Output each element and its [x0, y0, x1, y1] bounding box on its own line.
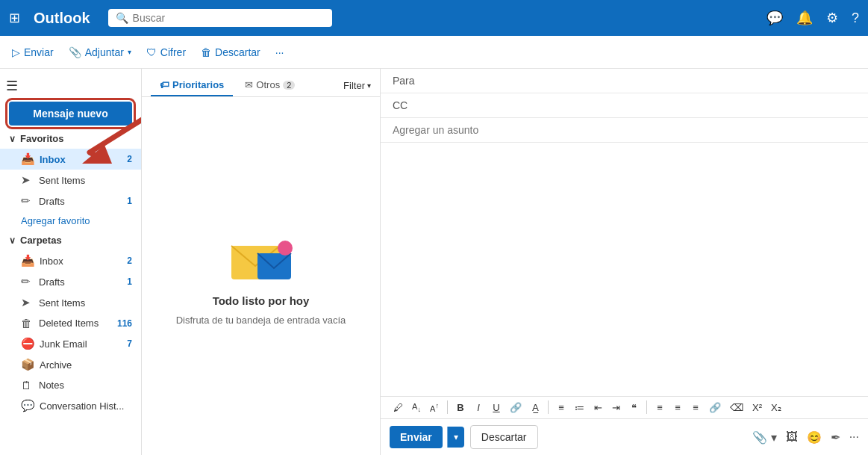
otros-badge: 2 — [283, 81, 295, 90]
deleted-badge: 116 — [117, 318, 132, 329]
drafts-badge: 1 — [127, 196, 132, 206]
compose-panel: Para CC 🖊 A↓ A↑ B I U 🔗 A̲ ≡ ≔ ⇤ ⇥ — [381, 69, 868, 455]
toolbar-sep3 — [646, 400, 647, 414]
sidebar-sent2-label: Sent Items — [39, 297, 85, 309]
more-action[interactable]: ··· — [275, 46, 284, 58]
middle-panel: 🏷 Prioritarios ✉ Otros 2 Filter ▾ — [142, 69, 381, 455]
subscript-btn[interactable]: X₂ — [767, 400, 785, 415]
align-center-btn[interactable]: ≡ — [669, 400, 686, 415]
more-footer-icon[interactable]: ··· — [849, 430, 859, 444]
sidebar-item-drafts2[interactable]: ✏ Drafts 1 — [0, 271, 141, 292]
otros-icon: ✉ — [245, 79, 253, 90]
new-message-button[interactable]: Mensaje nuevo — [9, 102, 132, 126]
drafts2-icon: ✏ — [21, 275, 34, 288]
svg-point-3 — [278, 241, 293, 256]
quote-btn[interactable]: ❝ — [625, 400, 642, 415]
compose-body[interactable] — [381, 143, 868, 396]
filter-button[interactable]: Filter ▾ — [343, 80, 371, 91]
inbox2-badge: 2 — [127, 256, 132, 266]
font-color-btn[interactable]: A̲ — [527, 400, 543, 415]
encrypt-action[interactable]: 🛡 Cifrer — [146, 46, 186, 58]
to-input[interactable] — [422, 75, 856, 87]
junk-badge: 7 — [127, 338, 132, 349]
discard-button[interactable]: Descartar — [470, 425, 538, 449]
sidebar-drafts2-label: Drafts — [39, 276, 65, 288]
emoji-icon[interactable]: 😊 — [807, 430, 822, 445]
deleted-icon: 🗑 — [21, 317, 34, 329]
chat-icon[interactable]: 💬 — [766, 10, 783, 26]
cc-input[interactable] — [421, 99, 856, 111]
favorites-section-header[interactable]: ∨ Favoritos — [0, 129, 141, 149]
prioritarios-label: Prioritarios — [172, 79, 224, 90]
attach-label: Adjuntar — [85, 46, 124, 58]
add-favorite-link[interactable]: Agregar favorito — [0, 211, 141, 230]
font-size-up-btn[interactable]: A↑ — [426, 400, 443, 415]
sidebar-item-inbox2[interactable]: 📥 Inbox 2 — [0, 250, 141, 271]
strikethrough-btn[interactable]: 🔗 — [506, 400, 525, 415]
search-icon: 🔍 — [116, 12, 128, 24]
font-size-down-btn[interactable]: A↓ — [408, 400, 425, 415]
signature-icon[interactable]: ✒ — [831, 430, 840, 445]
settings-icon[interactable]: ⚙ — [826, 10, 838, 26]
envelope-graphic — [224, 227, 299, 287]
send-dropdown-btn[interactable]: ▾ — [447, 427, 464, 448]
indent-more-btn[interactable]: ⇥ — [608, 400, 624, 415]
search-input[interactable] — [133, 12, 325, 24]
more-icon: ··· — [275, 46, 284, 58]
sidebar-item-inbox-favorites[interactable]: 📥 Inbox 2 — [0, 149, 141, 170]
compose-footer: Enviar ▾ Descartar 📎 ▾ 🖼 😊 ✒ ··· — [381, 418, 868, 455]
format-btn[interactable]: 🖊 — [390, 400, 407, 415]
sidebar-item-drafts-favorites[interactable]: ✏ Drafts 1 — [0, 191, 141, 211]
send-action[interactable]: ▷ Enviar — [12, 46, 54, 58]
sidebar-item-junk[interactable]: ⛔ Junk Email 7 — [0, 333, 141, 354]
bold-btn[interactable]: B — [452, 400, 469, 415]
sidebar-item-archive[interactable]: 📦 Archive — [0, 354, 141, 375]
carpetas-section-header[interactable]: ∨ Carpetas — [0, 230, 141, 250]
bell-icon[interactable]: 🔔 — [796, 10, 813, 26]
italic-btn[interactable]: I — [470, 400, 487, 415]
align-justify-btn[interactable]: ≡ — [652, 400, 668, 415]
sidebar-item-notes[interactable]: 🗒 Notes — [0, 375, 141, 395]
otros-label: Otros — [256, 79, 280, 90]
junk-icon: ⛔ — [21, 337, 35, 350]
subject-input[interactable] — [393, 124, 856, 136]
hamburger-icon[interactable]: ☰ — [6, 78, 18, 94]
discard-action[interactable]: 🗑 Descartar — [201, 46, 260, 58]
send-button[interactable]: Enviar — [390, 426, 443, 448]
align-left-btn[interactable]: ≡ — [553, 400, 569, 415]
compose-formatting-toolbar: 🖊 A↓ A↑ B I U 🔗 A̲ ≡ ≔ ⇤ ⇥ ❝ ≡ ≡ ≡ 🔗 ⌫ X… — [381, 396, 868, 418]
hyperlink-btn[interactable]: 🔗 — [705, 400, 725, 415]
archive-icon: 📦 — [21, 358, 35, 371]
sidebar-item-deleted[interactable]: 🗑 Deleted Items 116 — [0, 313, 141, 333]
drafts2-badge: 1 — [127, 276, 132, 287]
sidebar-drafts-label: Drafts — [39, 196, 65, 207]
align-right-btn[interactable]: ≡ — [687, 400, 704, 415]
image-icon[interactable]: 🖼 — [786, 430, 798, 444]
sidebar-item-sent-favorites[interactable]: ➤ Sent Items — [0, 170, 141, 191]
compose-footer-icons: 📎 ▾ 🖼 😊 ✒ ··· — [752, 430, 859, 445]
tabs-bar: 🏷 Prioritarios ✉ Otros 2 Filter ▾ — [142, 69, 380, 97]
bullets-btn[interactable]: ≔ — [571, 400, 588, 415]
inbox-badge: 2 — [127, 154, 132, 164]
encrypt-label: Cifrer — [160, 46, 186, 58]
app-grid-icon[interactable]: ⊞ — [9, 10, 20, 26]
sidebar-junk-label: Junk Email — [40, 338, 87, 350]
discard-btn-label: Descartar — [481, 431, 527, 443]
filter-chevron-icon: ▾ — [367, 81, 371, 90]
clear-format-btn[interactable]: ⌫ — [726, 400, 747, 415]
send-icon: ▷ — [12, 46, 20, 58]
tab-otros[interactable]: ✉ Otros 2 — [236, 75, 304, 96]
sidebar-item-conv-hist[interactable]: 💬 Conversation Hist... — [0, 395, 141, 416]
toolbar-sep1 — [447, 400, 448, 414]
help-icon[interactable]: ? — [852, 10, 859, 26]
superscript-btn[interactable]: X² — [749, 400, 766, 415]
prioritarios-icon: 🏷 — [160, 79, 169, 90]
attach-action[interactable]: 📎 Adjuntar ▾ — [69, 46, 131, 58]
sidebar-item-sent2[interactable]: ➤ Sent Items — [0, 292, 141, 313]
underline-btn[interactable]: U — [488, 400, 505, 415]
paperclip-icon[interactable]: 📎 ▾ — [752, 430, 776, 445]
tab-prioritarios[interactable]: 🏷 Prioritarios — [151, 75, 233, 96]
indent-less-btn[interactable]: ⇤ — [590, 400, 606, 415]
filter-label: Filter — [343, 80, 365, 91]
search-box[interactable]: 🔍 — [108, 9, 332, 27]
